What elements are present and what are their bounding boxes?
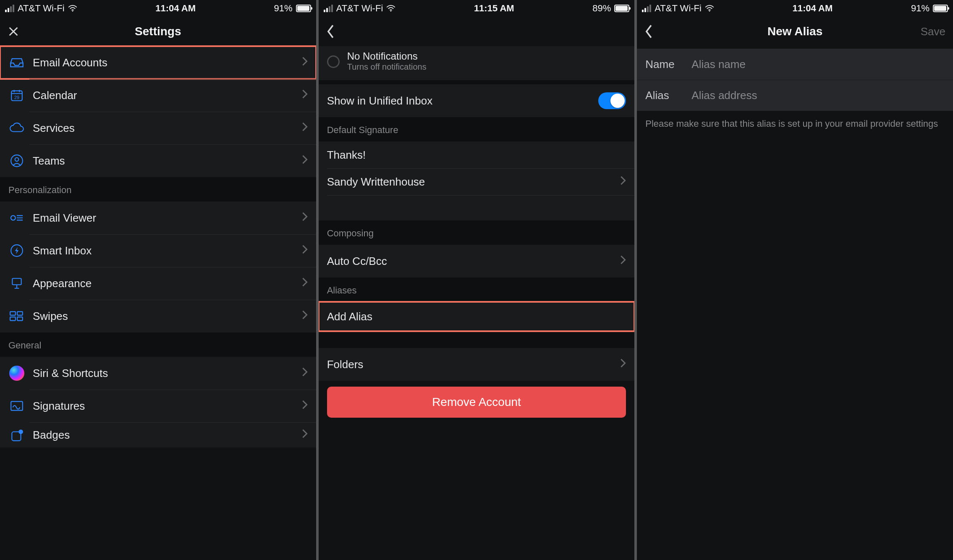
chevron-right-icon: [302, 277, 308, 290]
screen-account-detail: AT&T Wi-Fi 11:15 AM 89% No Notifications…: [319, 0, 635, 560]
nav-bar: [319, 17, 635, 46]
svg-point-0: [72, 10, 73, 12]
chevron-right-icon: [302, 429, 308, 442]
blank-row: [319, 195, 635, 220]
chevron-right-icon: [302, 310, 308, 323]
calendar-icon: 29: [8, 87, 25, 104]
row-teams[interactable]: Teams: [0, 144, 316, 177]
viewer-icon: [8, 209, 25, 226]
row-label: Email Viewer: [33, 212, 302, 225]
row-signature-name[interactable]: Sandy Writtenhouse: [319, 168, 635, 195]
status-bar: AT&T Wi-Fi 11:04 AM 91%: [0, 0, 316, 17]
appearance-icon: [8, 275, 25, 292]
field-alias[interactable]: Alias Alias address: [637, 80, 953, 111]
chevron-right-icon: [302, 56, 308, 69]
row-auto-ccbcc[interactable]: Auto Cc/Bcc: [319, 245, 635, 277]
signature-preview: Thanks!: [319, 141, 635, 168]
chevron-right-icon: [302, 244, 308, 257]
screen-settings: AT&T Wi-Fi 11:04 AM 91% Settings Email A…: [0, 0, 316, 560]
siri-icon: [8, 365, 25, 382]
wifi-icon: [68, 5, 77, 12]
row-add-alias[interactable]: Add Alias: [319, 302, 635, 331]
chevron-left-icon: [326, 24, 335, 39]
save-label: Save: [921, 25, 945, 38]
option-subtitle: Turns off notifications: [347, 62, 427, 72]
add-alias-label: Add Alias: [327, 310, 626, 323]
battery-percent: 91%: [911, 3, 929, 14]
battery-percent: 89%: [592, 3, 611, 14]
field-name-label: Name: [645, 58, 691, 71]
row-label: Auto Cc/Bcc: [327, 255, 620, 268]
chevron-right-icon: [620, 358, 626, 371]
wifi-icon: [386, 5, 395, 12]
clock: 11:04 AM: [155, 3, 196, 14]
chevron-right-icon: [302, 89, 308, 102]
carrier-label: AT&T Wi-Fi: [18, 3, 65, 14]
row-appearance[interactable]: Appearance: [0, 267, 316, 300]
close-button[interactable]: [0, 17, 27, 46]
svg-rect-10: [10, 317, 16, 320]
battery-icon: [933, 5, 948, 12]
option-title: No Notifications: [347, 50, 427, 62]
svg-point-4: [15, 158, 19, 162]
svg-rect-11: [17, 317, 23, 320]
row-unified-inbox[interactable]: Show in Unified Inbox: [319, 84, 635, 117]
row-label: Swipes: [33, 310, 302, 323]
chevron-right-icon: [302, 400, 308, 413]
svg-point-15: [390, 10, 392, 12]
row-label: Siri & Shortcuts: [33, 367, 302, 380]
radio-icon: [327, 55, 340, 68]
chevron-right-icon: [620, 175, 626, 188]
option-no-notifications[interactable]: No Notifications Turns off notifications: [319, 46, 635, 80]
save-button[interactable]: Save: [913, 17, 953, 46]
row-email-accounts[interactable]: Email Accounts: [0, 46, 316, 79]
row-badges[interactable]: Badges: [0, 422, 316, 447]
battery-icon: [296, 5, 311, 12]
section-composing: Composing: [319, 220, 635, 245]
field-alias-placeholder: Alias address: [691, 89, 757, 102]
svg-point-5: [11, 216, 16, 220]
row-label: Signatures: [33, 400, 302, 413]
row-calendar[interactable]: 29 Calendar: [0, 79, 316, 112]
row-label: Email Accounts: [33, 56, 302, 69]
svg-text:29: 29: [14, 95, 19, 100]
remove-account-button[interactable]: Remove Account: [327, 387, 626, 418]
section-default-signature: Default Signature: [319, 117, 635, 141]
svg-rect-9: [17, 311, 23, 315]
row-label: Services: [33, 122, 302, 135]
chevron-right-icon: [302, 122, 308, 135]
clock: 11:15 AM: [474, 3, 514, 14]
nav-bar: Settings: [0, 17, 316, 46]
signal-bars-icon: [5, 5, 14, 12]
battery-icon: [614, 5, 629, 12]
row-folders[interactable]: Folders: [319, 348, 635, 381]
row-label: Badges: [33, 429, 302, 442]
chevron-right-icon: [302, 154, 308, 167]
row-swipes[interactable]: Swipes: [0, 300, 316, 332]
nav-bar: New Alias Save: [637, 17, 953, 46]
field-name-placeholder: Alias name: [691, 58, 746, 71]
chevron-left-icon: [644, 24, 654, 39]
signature-icon: [8, 398, 25, 414]
row-label: Teams: [33, 154, 302, 167]
signal-bars-icon: [324, 5, 333, 12]
screen-new-alias: AT&T Wi-Fi 11:04 AM 91% New Alias Save N…: [637, 0, 953, 560]
alias-hint: Please make sure that this alias is set …: [637, 111, 953, 137]
back-button[interactable]: [319, 17, 343, 46]
bolt-icon: [8, 242, 25, 259]
carrier-label: AT&T Wi-Fi: [655, 3, 702, 14]
chevron-right-icon: [620, 255, 626, 268]
field-name[interactable]: Name Alias name: [637, 49, 953, 80]
svg-point-14: [18, 429, 23, 434]
row-services[interactable]: Services: [0, 112, 316, 144]
carrier-label: AT&T Wi-Fi: [336, 3, 383, 14]
row-siri-shortcuts[interactable]: Siri & Shortcuts: [0, 357, 316, 390]
row-smart-inbox[interactable]: Smart Inbox: [0, 234, 316, 267]
row-email-viewer[interactable]: Email Viewer: [0, 201, 316, 234]
section-aliases: Aliases: [319, 277, 635, 302]
row-signatures[interactable]: Signatures: [0, 390, 316, 422]
back-button[interactable]: [637, 17, 661, 46]
row-label: Smart Inbox: [33, 244, 302, 257]
svg-rect-7: [12, 278, 21, 285]
toggle-on[interactable]: [598, 92, 626, 109]
